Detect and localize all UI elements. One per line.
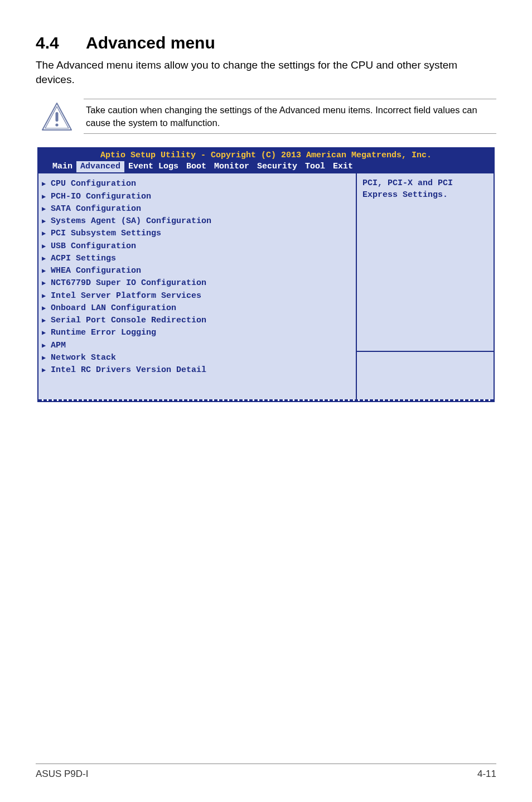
chevron-right-icon: ▶	[42, 229, 51, 238]
section-title: Advanced menu	[86, 33, 215, 52]
tab-exit[interactable]: Exit	[329, 161, 357, 172]
tab-event-logs[interactable]: Event Logs	[124, 161, 182, 172]
tab-security[interactable]: Security	[253, 161, 301, 172]
chevron-right-icon: ▶	[42, 316, 51, 325]
bios-menu-list: ▶CPU Configuration ▶PCH-IO Configuration…	[38, 173, 357, 399]
section-heading: 4.4Advanced menu	[36, 33, 496, 52]
chevron-right-icon: ▶	[42, 180, 51, 189]
item-usb-configuration[interactable]: ▶USB Configuration	[42, 240, 352, 253]
item-intel-server-platform[interactable]: ▶Intel Server Platform Services	[42, 290, 352, 302]
caution-note: Take caution when changing the settings …	[36, 99, 496, 134]
item-serial-port-redirection[interactable]: ▶Serial Port Console Redirection	[42, 315, 352, 327]
warning-icon	[41, 102, 72, 131]
section-number: 4.4	[36, 33, 86, 52]
help-hotkeys-area	[357, 352, 494, 399]
intro-text: The Advanced menu items allow you to cha…	[36, 58, 496, 86]
chevron-right-icon: ▶	[42, 217, 51, 226]
bios-header: Aptio Setup Utility - Copyright (C) 2013…	[38, 148, 494, 174]
chevron-right-icon: ▶	[42, 267, 51, 276]
footer-page-number: 4-11	[477, 769, 496, 780]
chevron-right-icon: ▶	[42, 254, 51, 263]
bios-tab-bar: Main Advanced Event Logs Boot Monitor Se…	[42, 161, 490, 172]
tab-tool[interactable]: Tool	[301, 161, 329, 172]
svg-point-3	[55, 123, 58, 126]
help-text-line2: Express Settings.	[362, 190, 488, 201]
item-apm[interactable]: ▶APM	[42, 340, 352, 352]
item-systems-agent-configuration[interactable]: ▶Systems Agent (SA) Configuration	[42, 215, 352, 228]
chevron-right-icon: ▶	[42, 205, 51, 214]
item-pci-subsystem-settings[interactable]: ▶PCI Subsystem Settings	[42, 228, 352, 240]
chevron-right-icon: ▶	[42, 354, 51, 363]
item-intel-rc-drivers[interactable]: ▶Intel RC Drivers Version Detail	[42, 364, 352, 376]
chevron-right-icon: ▶	[42, 328, 51, 337]
bios-torn-edge	[38, 399, 494, 401]
bios-title: Aptio Setup Utility - Copyright (C) 2013…	[42, 150, 490, 161]
help-text-line1: PCI, PCI-X and PCI	[362, 178, 488, 189]
tab-monitor[interactable]: Monitor	[210, 161, 253, 172]
item-acpi-settings[interactable]: ▶ACPI Settings	[42, 253, 352, 265]
chevron-right-icon: ▶	[42, 366, 51, 375]
chevron-right-icon: ▶	[42, 341, 51, 350]
footer-product: ASUS P9D-I	[36, 769, 88, 780]
tab-advanced[interactable]: Advanced	[76, 161, 124, 172]
bios-help-panel: PCI, PCI-X and PCI Express Settings.	[357, 173, 494, 399]
item-cpu-configuration[interactable]: ▶CPU Configuration	[42, 178, 352, 190]
chevron-right-icon: ▶	[42, 292, 51, 301]
item-whea-configuration[interactable]: ▶WHEA Configuration	[42, 265, 352, 277]
chevron-right-icon: ▶	[42, 304, 51, 313]
chevron-right-icon: ▶	[42, 279, 51, 288]
item-sata-configuration[interactable]: ▶SATA Configuration	[42, 203, 352, 215]
item-network-stack[interactable]: ▶Network Stack	[42, 352, 352, 364]
svg-rect-2	[56, 112, 59, 122]
item-super-io-configuration[interactable]: ▶NCT6779D Super IO Configuration	[42, 277, 352, 289]
bios-screenshot: Aptio Setup Utility - Copyright (C) 2013…	[37, 147, 495, 403]
caution-text: Take caution when changing the settings …	[84, 99, 496, 134]
item-runtime-error-logging[interactable]: ▶Runtime Error Logging	[42, 327, 352, 339]
tab-main[interactable]: Main	[49, 161, 76, 172]
item-onboard-lan-configuration[interactable]: ▶Onboard LAN Configuration	[42, 302, 352, 315]
chevron-right-icon: ▶	[42, 242, 51, 251]
page-footer: ASUS P9D-I 4-11	[36, 764, 496, 780]
chevron-right-icon: ▶	[42, 192, 51, 201]
tab-boot[interactable]: Boot	[182, 161, 210, 172]
item-pch-io-configuration[interactable]: ▶PCH-IO Configuration	[42, 191, 352, 203]
